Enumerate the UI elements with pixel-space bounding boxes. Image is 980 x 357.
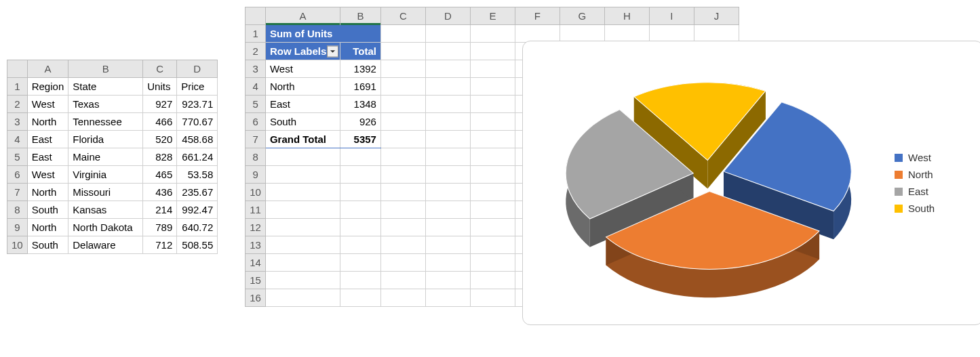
grand-total-label[interactable]: Grand Total	[265, 131, 340, 148]
pivot-title-cell[interactable]: Sum of Units	[265, 25, 380, 43]
table-row[interactable]: 1 Region State Units Price	[7, 78, 218, 96]
cell[interactable]: State	[68, 78, 143, 96]
legend-color-box	[895, 205, 903, 213]
table-row[interactable]: 6WestVirginia46553.58	[7, 166, 218, 184]
cell[interactable]: Units	[143, 78, 177, 96]
col-header[interactable]: F	[515, 7, 560, 25]
col-header[interactable]: B	[68, 60, 143, 78]
table-row[interactable]: 7NorthMissouri436235.67	[7, 184, 218, 201]
grand-total-value[interactable]: 5357	[340, 131, 380, 148]
col-header[interactable]: A	[27, 60, 68, 78]
row-header[interactable]: 1	[7, 78, 28, 96]
pie-chart[interactable]: WestNorthEastSouth	[522, 41, 980, 314]
col-header[interactable]: H	[604, 7, 649, 25]
table-row[interactable]: 10SouthDelaware712508.55	[7, 236, 218, 254]
chevron-down-icon	[330, 48, 336, 54]
legend-label: West	[908, 152, 931, 163]
legend-color-box	[895, 154, 903, 162]
select-all-corner[interactable]	[246, 7, 266, 25]
legend-label: East	[908, 186, 928, 197]
col-header[interactable]: A	[265, 7, 340, 25]
chart-legend: WestNorthEastSouth	[895, 146, 980, 219]
col-header[interactable]: I	[649, 7, 694, 25]
table-row[interactable]: 1 Sum of Units	[246, 25, 739, 43]
legend-item: North	[895, 169, 969, 180]
pie-chart-svg	[523, 41, 895, 314]
table-row[interactable]: 2WestTexas927923.71	[7, 96, 218, 113]
col-header[interactable]: B	[340, 7, 380, 25]
col-header[interactable]: D	[177, 60, 218, 78]
col-header[interactable]: C	[143, 60, 177, 78]
total-header-cell[interactable]: Total	[340, 43, 380, 60]
legend-color-box	[895, 171, 903, 179]
legend-item: West	[895, 152, 969, 163]
col-header[interactable]: D	[425, 7, 470, 25]
legend-item: South	[895, 203, 969, 214]
legend-item: East	[895, 186, 969, 197]
table-row[interactable]: 3NorthTennessee466770.67	[7, 113, 218, 131]
select-all-corner[interactable]	[7, 60, 28, 78]
row-labels-cell[interactable]: Row Labels	[265, 43, 340, 60]
data-table[interactable]: A B C D 1 Region State Units Price 2West…	[7, 60, 218, 254]
chart-plot-area	[523, 41, 895, 314]
col-header[interactable]: E	[470, 7, 515, 25]
table-row[interactable]: 4EastFlorida520458.68	[7, 131, 218, 148]
col-header[interactable]: C	[380, 7, 425, 25]
legend-label: South	[908, 203, 935, 214]
cell[interactable]: Region	[27, 78, 68, 96]
col-header[interactable]: J	[694, 7, 739, 25]
legend-color-box	[895, 188, 903, 196]
cell[interactable]: Price	[177, 78, 218, 96]
col-header[interactable]: G	[560, 7, 604, 25]
row-labels-text: Row Labels	[270, 45, 326, 57]
legend-label: North	[908, 169, 933, 180]
pivot-filter-dropdown[interactable]	[327, 45, 338, 57]
table-row[interactable]: 5EastMaine828661.24	[7, 148, 218, 166]
table-row[interactable]: 8SouthKansas214992.47	[7, 201, 218, 219]
table-row[interactable]: 9NorthNorth Dakota789640.72	[7, 219, 218, 236]
